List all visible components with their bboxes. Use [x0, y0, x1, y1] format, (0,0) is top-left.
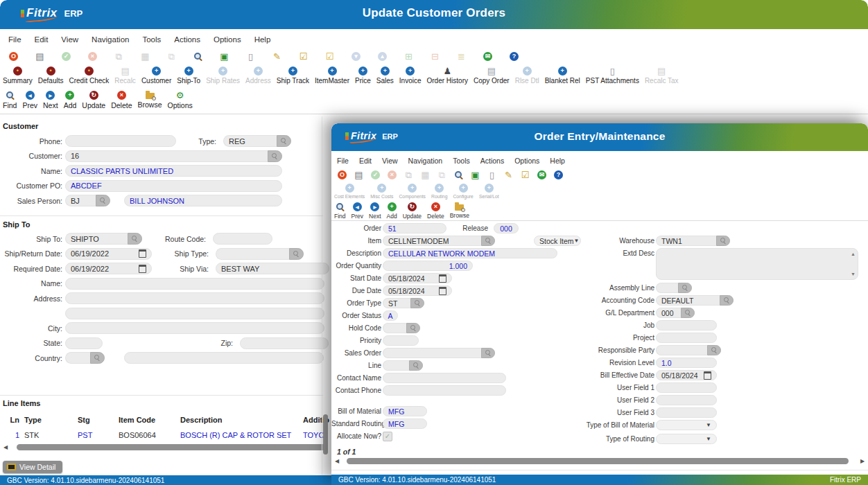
order-quantity-field[interactable]: 1.000: [383, 261, 473, 271]
scroll-left-icon[interactable]: ◀: [1, 444, 10, 450]
description-field[interactable]: CELLULAR NETWORK MODEM: [383, 248, 557, 258]
scroll-up-icon[interactable]: ▲: [851, 252, 856, 256]
help-button[interactable]: ?: [509, 51, 519, 62]
sales-person-code-field[interactable]: BJ: [65, 195, 96, 206]
priority-field[interactable]: [383, 335, 419, 346]
find-button[interactable]: [453, 170, 464, 180]
dialog-hscrollbar[interactable]: ◀ ▶: [333, 457, 867, 465]
edit-note-button[interactable]: ✎: [503, 170, 514, 180]
gl-department-lookup-button[interactable]: [681, 308, 695, 318]
save-button[interactable]: ▣: [470, 170, 480, 180]
menu-help[interactable]: Help: [550, 157, 565, 165]
item-lookup-button[interactable]: [481, 236, 495, 246]
project-field[interactable]: [656, 333, 717, 343]
ship-name-field[interactable]: [65, 278, 324, 290]
next-button[interactable]: ▶Next: [43, 91, 58, 109]
price-button[interactable]: +Price: [355, 67, 371, 85]
delete-button[interactable]: ×Delete: [427, 202, 444, 220]
scroll-down-icon[interactable]: ▼: [851, 272, 856, 276]
customer-field[interactable]: 16: [65, 150, 268, 162]
credit-check-button[interactable]: •Credit Check: [69, 67, 109, 85]
required-date-field[interactable]: 06/19/2022: [65, 263, 152, 274]
delete-button[interactable]: ×Delete: [111, 91, 132, 109]
menu-edit[interactable]: Edit: [35, 35, 49, 44]
country-name-field[interactable]: [124, 352, 324, 364]
address-line1-field[interactable]: [65, 292, 324, 304]
menu-view[interactable]: View: [382, 157, 398, 165]
customer-po-field[interactable]: ABCDEF: [65, 180, 282, 192]
add-button[interactable]: +Add: [64, 91, 77, 109]
add-button[interactable]: +Add: [387, 202, 397, 220]
exit-button[interactable]: O: [8, 51, 19, 62]
bill-effective-date-field[interactable]: 05/18/2024: [656, 370, 717, 380]
line-field[interactable]: [383, 360, 409, 371]
assembly-line-lookup-button[interactable]: [678, 283, 692, 293]
checklist-button[interactable]: ☑: [520, 170, 530, 180]
warehouse-lookup-button[interactable]: [716, 236, 730, 246]
checklist-button[interactable]: ☑: [298, 51, 309, 62]
sales-button[interactable]: +Sales: [376, 67, 394, 85]
route-code-field[interactable]: [213, 233, 272, 245]
sales-order-lookup-button[interactable]: [481, 348, 495, 358]
menu-tools[interactable]: Tools: [453, 157, 470, 165]
ship-to-field[interactable]: SHIPTO: [65, 233, 128, 245]
customer-lookup-button[interactable]: [268, 150, 282, 162]
browse-button[interactable]: Browse: [138, 91, 162, 109]
allocate-checkbox[interactable]: [383, 432, 392, 441]
calendar-icon[interactable]: [139, 265, 146, 273]
menu-edit[interactable]: Edit: [359, 157, 372, 165]
menu-tools[interactable]: Tools: [142, 35, 161, 44]
assembly-line-field[interactable]: [656, 283, 678, 293]
country-lookup-button[interactable]: [90, 352, 105, 364]
address-line2-field[interactable]: [65, 308, 324, 319]
calendar-icon[interactable]: [439, 274, 446, 283]
standard-routing-field[interactable]: MFG: [383, 418, 427, 429]
print-button[interactable]: ▤: [354, 170, 364, 180]
zip-field[interactable]: [240, 337, 329, 349]
due-date-field[interactable]: 05/18/2024: [383, 285, 452, 296]
find-button[interactable]: Find: [334, 202, 346, 220]
order-type-lookup-button[interactable]: [410, 298, 424, 308]
menu-actions[interactable]: Actions: [174, 35, 200, 44]
scroll-right-icon[interactable]: ▶: [858, 458, 867, 464]
prev-button[interactable]: ◀Prev: [351, 202, 363, 220]
user-field-3[interactable]: [656, 407, 717, 418]
comment-button[interactable]: ✉: [537, 170, 547, 180]
start-date-field[interactable]: 05/18/2024: [383, 273, 452, 283]
menu-help[interactable]: Help: [254, 35, 271, 44]
ship-to-lookup-button[interactable]: [128, 233, 142, 245]
ship-via-field[interactable]: BEST WAY: [216, 263, 329, 274]
accounting-code-lookup-button[interactable]: [720, 295, 734, 306]
job-field[interactable]: [656, 320, 717, 330]
responsible-party-field[interactable]: [656, 345, 707, 355]
ship-type-lookup-button[interactable]: [289, 248, 304, 260]
menu-actions[interactable]: Actions: [480, 157, 504, 165]
state-field[interactable]: [65, 337, 103, 349]
calendar-icon[interactable]: [439, 287, 446, 295]
contact-phone-field[interactable]: [383, 385, 506, 396]
ship-track-button[interactable]: +Ship Track: [277, 67, 309, 85]
options-button[interactable]: ⚙Options: [168, 91, 193, 109]
defaults-button[interactable]: •Defaults: [38, 67, 64, 85]
update-button[interactable]: ↻Update: [403, 202, 422, 220]
hold-code-lookup-button[interactable]: [406, 323, 420, 333]
browse-button[interactable]: Browse: [450, 202, 469, 219]
customer-button[interactable]: +Customer: [141, 67, 171, 85]
blanket-rel-button[interactable]: +Blanket Rel: [545, 67, 580, 85]
scroll-left-icon[interactable]: ◀: [333, 458, 341, 464]
hold-code-field[interactable]: [383, 323, 406, 333]
view-detail-button[interactable]: View Detail: [3, 461, 62, 473]
accounting-code-field[interactable]: DEFAULT: [656, 295, 720, 306]
calendar-icon[interactable]: [704, 371, 711, 380]
menu-file[interactable]: File: [337, 157, 349, 165]
order-field[interactable]: 51: [383, 223, 446, 233]
invoice-button[interactable]: +Invoice: [399, 67, 422, 85]
exit-button[interactable]: O: [337, 170, 347, 180]
line-lookup-button[interactable]: [409, 360, 423, 371]
comment-button[interactable]: ✉: [483, 51, 493, 62]
extd-desc-textarea[interactable]: ▲▼: [656, 248, 858, 280]
type-of-bom-select[interactable]: ▼: [656, 420, 717, 430]
warehouse-field[interactable]: TWN1: [656, 236, 716, 246]
left-pane-vscrollbar-thumb[interactable]: [323, 414, 328, 455]
user-field-2[interactable]: [656, 395, 717, 405]
